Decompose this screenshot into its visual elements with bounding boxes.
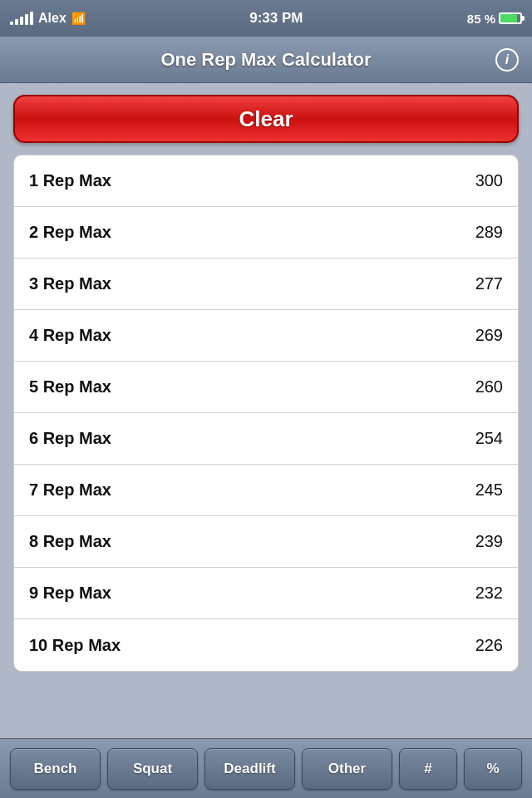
signal-bars-icon <box>10 12 33 25</box>
tab-bar: BenchSquatDeadliftOther#% <box>0 738 532 798</box>
wifi-icon: 📶 <box>71 12 86 25</box>
table-row: 10 Rep Max 226 <box>14 619 518 671</box>
status-time: 9:33 PM <box>249 10 303 27</box>
battery-icon <box>499 12 522 24</box>
row-label: 2 Rep Max <box>29 223 111 242</box>
tab-hash-button[interactable]: # <box>399 748 457 790</box>
info-button[interactable]: i <box>495 48 519 71</box>
row-label: 5 Rep Max <box>29 377 111 397</box>
row-value: 232 <box>475 584 503 603</box>
table-row: 5 Rep Max 260 <box>14 362 518 413</box>
table-row: 8 Rep Max 239 <box>14 516 518 568</box>
row-label: 8 Rep Max <box>29 532 111 551</box>
table-row: 3 Rep Max 277 <box>14 259 518 310</box>
table-row: 4 Rep Max 269 <box>14 310 518 362</box>
table-row: 9 Rep Max 232 <box>14 568 518 619</box>
main-content: Clear 1 Rep Max 300 2 Rep Max 289 3 Rep … <box>0 83 532 683</box>
tab-deadlift-button[interactable]: Deadlift <box>204 748 295 790</box>
row-value: 226 <box>475 636 503 655</box>
row-value: 289 <box>475 223 503 242</box>
row-value: 260 <box>475 377 503 397</box>
battery-percent-label: 85 % <box>467 12 495 26</box>
clear-button[interactable]: Clear <box>13 95 519 143</box>
row-value: 254 <box>475 429 503 448</box>
tab-other-button[interactable]: Other <box>302 748 392 790</box>
status-left: Alex 📶 <box>10 11 86 26</box>
status-right: 85 % <box>467 12 522 26</box>
tab-bench-button[interactable]: Bench <box>10 748 101 790</box>
results-table: 1 Rep Max 300 2 Rep Max 289 3 Rep Max 27… <box>13 155 519 672</box>
app-title: One Rep Max Calculator <box>160 49 371 71</box>
row-label: 10 Rep Max <box>29 636 121 655</box>
carrier-label: Alex <box>38 11 66 26</box>
status-bar: Alex 📶 9:33 PM 85 % <box>0 0 532 37</box>
row-label: 1 Rep Max <box>29 171 111 190</box>
row-value: 269 <box>475 326 503 345</box>
row-label: 6 Rep Max <box>29 429 111 448</box>
row-label: 7 Rep Max <box>29 480 111 500</box>
row-label: 3 Rep Max <box>29 274 111 293</box>
table-row: 2 Rep Max 289 <box>14 207 518 259</box>
row-label: 4 Rep Max <box>29 326 111 345</box>
app-header: One Rep Max Calculator i <box>0 37 532 83</box>
tab-squat-button[interactable]: Squat <box>107 748 198 790</box>
tab-percent-button[interactable]: % <box>464 748 522 790</box>
row-label: 9 Rep Max <box>29 584 111 603</box>
row-value: 239 <box>475 532 503 551</box>
row-value: 245 <box>475 480 503 500</box>
row-value: 300 <box>475 171 503 190</box>
table-row: 1 Rep Max 300 <box>14 155 518 207</box>
table-row: 7 Rep Max 245 <box>14 465 518 516</box>
table-row: 6 Rep Max 254 <box>14 413 518 465</box>
row-value: 277 <box>475 274 503 293</box>
